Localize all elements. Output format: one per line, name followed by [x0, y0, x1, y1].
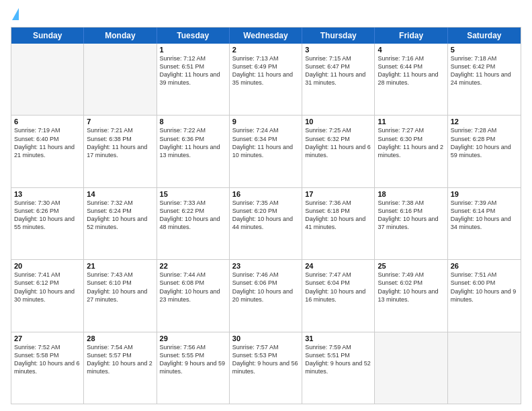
calendar-day-25: 25Sunrise: 7:49 AM Sunset: 6:02 PM Dayli…: [375, 260, 447, 331]
day-info: Sunrise: 7:59 AM Sunset: 5:51 PM Dayligh…: [305, 343, 371, 376]
day-number: 14: [87, 190, 153, 198]
day-number: 17: [305, 190, 371, 198]
day-number: 16: [232, 190, 299, 198]
day-number: 21: [87, 262, 153, 270]
day-info: Sunrise: 7:22 AM Sunset: 6:36 PM Dayligh…: [160, 126, 226, 159]
day-info: Sunrise: 7:24 AM Sunset: 6:34 PM Dayligh…: [232, 126, 299, 159]
day-info: Sunrise: 7:51 AM Sunset: 6:00 PM Dayligh…: [451, 271, 518, 304]
header-day-saturday: Saturday: [448, 28, 521, 44]
header-day-thursday: Thursday: [302, 28, 375, 44]
day-number: 22: [160, 262, 226, 270]
day-info: Sunrise: 7:19 AM Sunset: 6:40 PM Dayligh…: [14, 126, 81, 159]
day-info: Sunrise: 7:21 AM Sunset: 6:38 PM Dayligh…: [87, 126, 153, 159]
day-info: Sunrise: 7:30 AM Sunset: 6:26 PM Dayligh…: [14, 199, 81, 232]
calendar-day-18: 18Sunrise: 7:38 AM Sunset: 6:16 PM Dayli…: [375, 188, 447, 259]
calendar-day-10: 10Sunrise: 7:25 AM Sunset: 6:32 PM Dayli…: [302, 116, 375, 187]
calendar-day-20: 20Sunrise: 7:41 AM Sunset: 6:12 PM Dayli…: [11, 260, 84, 331]
calendar-day-8: 8Sunrise: 7:22 AM Sunset: 6:36 PM Daylig…: [157, 116, 230, 187]
calendar-day-28: 28Sunrise: 7:54 AM Sunset: 5:57 PM Dayli…: [84, 332, 157, 404]
calendar-day-30: 30Sunrise: 7:57 AM Sunset: 5:53 PM Dayli…: [230, 332, 302, 404]
header-day-tuesday: Tuesday: [157, 28, 230, 44]
day-info: Sunrise: 7:47 AM Sunset: 6:04 PM Dayligh…: [305, 271, 371, 304]
calendar-header: SundayMondayTuesdayWednesdayThursdayFrid…: [11, 28, 521, 44]
empty-cell: [11, 44, 84, 115]
calendar-day-11: 11Sunrise: 7:27 AM Sunset: 6:30 PM Dayli…: [375, 116, 447, 187]
day-info: Sunrise: 7:36 AM Sunset: 6:18 PM Dayligh…: [305, 199, 371, 232]
header-day-sunday: Sunday: [11, 28, 84, 44]
calendar-day-29: 29Sunrise: 7:56 AM Sunset: 5:55 PM Dayli…: [157, 332, 230, 404]
day-number: 9: [232, 118, 299, 126]
day-number: 30: [232, 334, 299, 342]
calendar-body: 1Sunrise: 7:12 AM Sunset: 6:51 PM Daylig…: [11, 44, 521, 404]
day-number: 7: [87, 118, 153, 126]
day-info: Sunrise: 7:33 AM Sunset: 6:22 PM Dayligh…: [160, 199, 226, 232]
day-info: Sunrise: 7:28 AM Sunset: 6:28 PM Dayligh…: [451, 126, 518, 159]
day-number: 26: [451, 262, 518, 270]
day-number: 1: [160, 46, 226, 54]
day-number: 27: [14, 334, 81, 342]
day-number: 13: [14, 190, 81, 198]
day-info: Sunrise: 7:18 AM Sunset: 6:42 PM Dayligh…: [451, 54, 518, 87]
day-info: Sunrise: 7:13 AM Sunset: 6:49 PM Dayligh…: [232, 54, 299, 87]
calendar-day-7: 7Sunrise: 7:21 AM Sunset: 6:38 PM Daylig…: [84, 116, 157, 187]
calendar: SundayMondayTuesdayWednesdayThursdayFrid…: [11, 27, 521, 404]
day-number: 15: [160, 190, 226, 198]
day-info: Sunrise: 7:32 AM Sunset: 6:24 PM Dayligh…: [87, 199, 153, 232]
day-number: 23: [232, 262, 299, 270]
header-day-monday: Monday: [84, 28, 157, 44]
day-info: Sunrise: 7:44 AM Sunset: 6:08 PM Dayligh…: [160, 271, 226, 304]
day-number: 2: [232, 46, 299, 54]
calendar-day-31: 31Sunrise: 7:59 AM Sunset: 5:51 PM Dayli…: [302, 332, 375, 404]
day-number: 19: [451, 190, 518, 198]
day-number: 12: [451, 118, 518, 126]
calendar-day-15: 15Sunrise: 7:33 AM Sunset: 6:22 PM Dayli…: [157, 188, 230, 259]
day-number: 4: [378, 46, 444, 54]
calendar-day-19: 19Sunrise: 7:39 AM Sunset: 6:14 PM Dayli…: [448, 188, 521, 259]
day-info: Sunrise: 7:39 AM Sunset: 6:14 PM Dayligh…: [451, 199, 518, 232]
day-number: 18: [378, 190, 444, 198]
day-info: Sunrise: 7:41 AM Sunset: 6:12 PM Dayligh…: [14, 271, 81, 304]
day-info: Sunrise: 7:49 AM Sunset: 6:02 PM Dayligh…: [378, 271, 444, 304]
empty-cell: [448, 332, 521, 404]
day-number: 28: [87, 334, 153, 342]
logo-triangle-icon: [12, 8, 19, 20]
day-info: Sunrise: 7:16 AM Sunset: 6:44 PM Dayligh…: [378, 54, 444, 87]
day-number: 10: [305, 118, 371, 126]
calendar-day-27: 27Sunrise: 7:52 AM Sunset: 5:58 PM Dayli…: [11, 332, 84, 404]
calendar-day-24: 24Sunrise: 7:47 AM Sunset: 6:04 PM Dayli…: [302, 260, 375, 331]
calendar-week-3: 13Sunrise: 7:30 AM Sunset: 6:26 PM Dayli…: [11, 188, 521, 260]
day-info: Sunrise: 7:25 AM Sunset: 6:32 PM Dayligh…: [305, 126, 371, 159]
calendar-day-22: 22Sunrise: 7:44 AM Sunset: 6:08 PM Dayli…: [157, 260, 230, 331]
logo: [11, 8, 19, 21]
calendar-week-5: 27Sunrise: 7:52 AM Sunset: 5:58 PM Dayli…: [11, 332, 521, 404]
day-info: Sunrise: 7:52 AM Sunset: 5:58 PM Dayligh…: [14, 343, 81, 376]
calendar-day-1: 1Sunrise: 7:12 AM Sunset: 6:51 PM Daylig…: [157, 44, 230, 115]
day-number: 25: [378, 262, 444, 270]
day-info: Sunrise: 7:27 AM Sunset: 6:30 PM Dayligh…: [378, 126, 444, 159]
day-number: 11: [378, 118, 444, 126]
calendar-week-4: 20Sunrise: 7:41 AM Sunset: 6:12 PM Dayli…: [11, 260, 521, 332]
day-number: 20: [14, 262, 81, 270]
header-day-friday: Friday: [375, 28, 447, 44]
day-info: Sunrise: 7:54 AM Sunset: 5:57 PM Dayligh…: [87, 343, 153, 376]
calendar-day-12: 12Sunrise: 7:28 AM Sunset: 6:28 PM Dayli…: [448, 116, 521, 187]
day-info: Sunrise: 7:15 AM Sunset: 6:47 PM Dayligh…: [305, 54, 371, 87]
day-number: 8: [160, 118, 226, 126]
day-info: Sunrise: 7:35 AM Sunset: 6:20 PM Dayligh…: [232, 199, 299, 232]
calendar-day-9: 9Sunrise: 7:24 AM Sunset: 6:34 PM Daylig…: [230, 116, 302, 187]
day-number: 31: [305, 334, 371, 342]
day-info: Sunrise: 7:56 AM Sunset: 5:55 PM Dayligh…: [160, 343, 226, 376]
day-info: Sunrise: 7:12 AM Sunset: 6:51 PM Dayligh…: [160, 54, 226, 87]
page-header: [11, 8, 521, 21]
calendar-day-5: 5Sunrise: 7:18 AM Sunset: 6:42 PM Daylig…: [448, 44, 521, 115]
calendar-week-2: 6Sunrise: 7:19 AM Sunset: 6:40 PM Daylig…: [11, 116, 521, 187]
day-info: Sunrise: 7:46 AM Sunset: 6:06 PM Dayligh…: [232, 271, 299, 304]
calendar-day-6: 6Sunrise: 7:19 AM Sunset: 6:40 PM Daylig…: [11, 116, 84, 187]
header-day-wednesday: Wednesday: [230, 28, 302, 44]
calendar-week-1: 1Sunrise: 7:12 AM Sunset: 6:51 PM Daylig…: [11, 44, 521, 116]
calendar-day-16: 16Sunrise: 7:35 AM Sunset: 6:20 PM Dayli…: [230, 188, 302, 259]
day-info: Sunrise: 7:57 AM Sunset: 5:53 PM Dayligh…: [232, 343, 299, 376]
empty-cell: [84, 44, 157, 115]
calendar-day-21: 21Sunrise: 7:43 AM Sunset: 6:10 PM Dayli…: [84, 260, 157, 331]
calendar-day-4: 4Sunrise: 7:16 AM Sunset: 6:44 PM Daylig…: [375, 44, 447, 115]
